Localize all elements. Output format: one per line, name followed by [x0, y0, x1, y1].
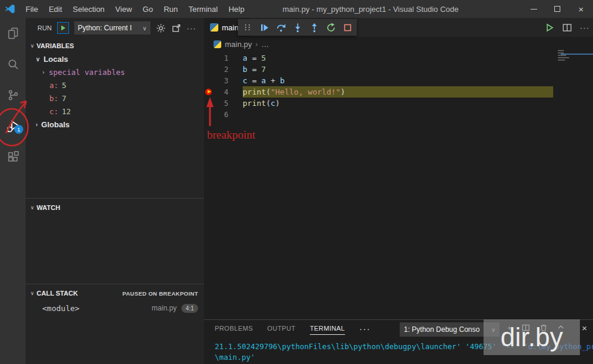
editor-actions: ··· [544, 18, 589, 37]
menu-run[interactable]: Run [158, 5, 183, 14]
breadcrumb[interactable]: main.py › … [204, 37, 593, 51]
menubar: FileEditSelectionViewGoRunTerminalHelp [20, 5, 250, 14]
line-number: 3 [214, 77, 228, 85]
minimap[interactable] [556, 49, 593, 96]
panel-tab-output[interactable]: OUTPUT [267, 325, 296, 334]
minimap-mark [558, 50, 564, 51]
step-into-icon[interactable] [290, 20, 305, 34]
gear-icon[interactable] [156, 23, 166, 33]
stack-frame-name: <module> [42, 304, 80, 313]
code-line[interactable]: 5print(c) [204, 98, 593, 109]
variable-row[interactable]: a:5 [26, 79, 204, 92]
variable-name: b: [49, 94, 58, 103]
restart-icon[interactable] [324, 20, 338, 34]
start-debug-button[interactable] [57, 22, 69, 34]
menu-file[interactable]: File [20, 5, 43, 14]
menu-terminal[interactable]: Terminal [183, 5, 223, 14]
chevron-down-icon: ∨ [36, 56, 40, 62]
call-stack-section: ∨ CALL STACK PAUSED ON BREAKPOINT <modul… [26, 284, 204, 315]
line-number: 6 [214, 111, 228, 119]
stop-icon[interactable] [340, 20, 354, 34]
run-panel-header: RUN Python: Current I ∨ ··· [26, 18, 204, 38]
breadcrumb-file: main.py [225, 40, 252, 49]
watermark-text: dir.by [500, 322, 563, 352]
stack-frame-row[interactable]: <module> main.py 4:1 [26, 301, 204, 315]
code-editor[interactable]: 1a = 52b = 73c = a + b4print("Hello, wor… [204, 52, 593, 120]
menu-help[interactable]: Help [223, 5, 250, 14]
window-controls: × [522, 0, 593, 18]
extensions-icon[interactable] [0, 142, 26, 172]
menu-go[interactable]: Go [137, 5, 158, 14]
menu-selection[interactable]: Selection [67, 5, 109, 14]
search-icon[interactable] [0, 49, 26, 80]
code-line[interactable]: 6 [204, 109, 593, 120]
toolbar-grip-icon[interactable] [240, 20, 255, 34]
gutter-space [204, 98, 214, 109]
paused-status-badge: PAUSED ON BREAKPOINT [123, 290, 198, 297]
window-title: main.py - my_python_project1 - Visual St… [283, 5, 459, 14]
close-window-icon[interactable]: × [569, 0, 593, 18]
breakpoint-icon[interactable] [204, 86, 214, 98]
call-stack-header[interactable]: ∨ CALL STACK PAUSED ON BREAKPOINT [26, 287, 204, 300]
continue-icon[interactable] [257, 20, 271, 34]
group-label: Locals [43, 55, 68, 64]
variables-tree: ∨Locals›special variablesa:5b:7c:12›Glob… [26, 52, 204, 131]
minimap-highlight [561, 54, 593, 55]
variable-row[interactable]: b:7 [26, 92, 204, 105]
code-line[interactable]: 2b = 7 [204, 64, 593, 75]
debug-count-badge: 1 [14, 125, 23, 134]
code-line[interactable]: 1a = 5 [204, 52, 593, 64]
variables-group-special-variables[interactable]: ›special variables [26, 65, 204, 79]
line-number: 2 [214, 65, 228, 74]
debug-sidebar: RUN Python: Current I ∨ ··· ∨ [26, 18, 204, 364]
panel-more-actions-icon[interactable]: ··· [359, 324, 371, 335]
gutter-space [204, 64, 214, 75]
vscode-window: FileEditSelectionViewGoRunTerminalHelp m… [0, 0, 593, 364]
run-label: RUN [37, 24, 52, 32]
code-line[interactable]: 4print("Hello, world!") [204, 86, 593, 98]
debug-console-label: 1: Python Debug Conso [404, 325, 479, 334]
more-actions-icon[interactable]: ··· [187, 24, 196, 33]
source-control-icon[interactable] [0, 80, 26, 111]
menu-edit[interactable]: Edit [43, 5, 67, 14]
breadcrumb-more: … [261, 40, 269, 49]
gutter-space [204, 75, 214, 86]
chevron-down-icon: ∨ [30, 43, 34, 49]
call-stack-title: CALL STACK [37, 290, 78, 297]
editor-more-actions-icon[interactable]: ··· [580, 23, 589, 32]
split-editor-icon[interactable] [562, 23, 572, 33]
variable-row[interactable]: c:12 [26, 105, 204, 118]
debug-config-dropdown[interactable]: Python: Current I ∨ [74, 21, 150, 34]
step-out-icon[interactable] [307, 20, 321, 34]
code-line[interactable]: 3c = a + b [204, 75, 593, 86]
chevron-right-icon: › [256, 40, 258, 48]
watch-title: WATCH [37, 204, 61, 211]
watch-section: ∨ WATCH [26, 198, 204, 214]
run-python-file-icon[interactable] [544, 23, 554, 33]
maximize-icon[interactable] [545, 0, 569, 18]
code-text [243, 109, 553, 120]
minimize-icon[interactable] [522, 0, 545, 18]
stack-frame-position-badge: 4:1 [181, 304, 198, 313]
variables-group-locals[interactable]: ∨Locals [26, 52, 204, 65]
debug-config-label: Python: Current I [78, 24, 132, 32]
minimap-mark [558, 57, 569, 58]
group-label: special variables [49, 68, 125, 77]
titlebar: FileEditSelectionViewGoRunTerminalHelp m… [0, 0, 593, 18]
debug-console-icon[interactable] [171, 23, 181, 33]
panel-tab-terminal[interactable]: TERMINAL [310, 325, 345, 335]
variables-header[interactable]: ∨ VARIABLES [26, 39, 204, 52]
editor-area: main.py ··· [204, 18, 593, 364]
variables-group-globals[interactable]: ›Globals [26, 118, 204, 131]
variable-name: c: [49, 107, 58, 116]
close-panel-icon[interactable]: × [582, 323, 587, 333]
code-text: print("Hello, world!") [243, 86, 553, 98]
step-over-icon[interactable] [274, 20, 288, 34]
group-label: Globals [41, 120, 70, 129]
variables-title: VARIABLES [37, 42, 74, 49]
minimap-mark [558, 59, 565, 61]
panel-tab-problems[interactable]: PROBLEMS [215, 325, 253, 334]
menu-view[interactable]: View [110, 5, 137, 14]
watch-header[interactable]: ∨ WATCH [26, 201, 204, 214]
explorer-icon[interactable] [0, 18, 26, 49]
